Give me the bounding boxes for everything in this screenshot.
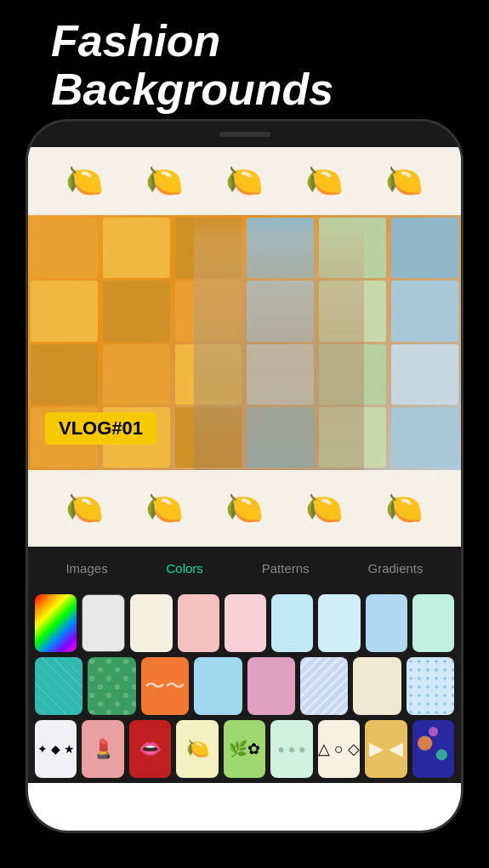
swatch-pink-wave[interactable] (247, 657, 295, 715)
lemon-bg-top: 🍋 🍋 🍋 🍋 🍋 (28, 147, 461, 215)
title-section: Fashion Backgrounds (51, 17, 333, 114)
person-photo (194, 215, 364, 470)
swatch-light-mint[interactable]: ● ● ● (270, 720, 312, 778)
swatch-white[interactable] (82, 594, 125, 652)
lemon-pattern-overlay: 🍋 (176, 720, 218, 778)
memphis-overlay: △ ○ ◇ (318, 720, 360, 778)
swatch-light-blue[interactable] (318, 594, 360, 652)
tab-gradients[interactable]: Gradients (360, 557, 432, 580)
vlog-label: VLOG#01 (45, 412, 156, 445)
lemon-icon-b2: 🍋 (145, 491, 184, 526)
swatch-chevron[interactable] (300, 657, 348, 715)
lemon-icon-4: 🍋 (305, 163, 344, 199)
swatch-moroccan[interactable] (88, 657, 135, 715)
red-lip-overlay: 👄 (129, 720, 171, 778)
main-photo: VLOG#01 (28, 215, 461, 470)
swatch-dark-cosmic[interactable] (412, 720, 454, 778)
lemon-icon-1: 🍋 (65, 163, 104, 199)
swatch-blue-wave[interactable] (194, 657, 242, 715)
color-palette-grid: 〜〜 ✦ ◆ ★ 💄 👄 🍋 (28, 589, 461, 783)
squiggle-overlay: 〜〜 (141, 657, 189, 715)
lemon-icon-b4: 🍋 (305, 491, 344, 526)
triangle-overlay: ▶ ◀ (365, 720, 407, 778)
swatch-green-sticker[interactable]: 🌿✿ (224, 720, 265, 778)
swatch-lemon-pattern[interactable]: 🍋 (176, 720, 218, 778)
app-title-line2: Backgrounds (51, 65, 333, 114)
swatch-sky[interactable] (271, 594, 313, 652)
tab-images[interactable]: Images (57, 557, 116, 580)
swatch-pink2[interactable]: 💄 (82, 720, 123, 778)
tab-bar: Images Colors Patterns Gradients (28, 547, 461, 589)
app-title-line1: Fashion (51, 17, 333, 65)
swatch-white-sticker[interactable]: ✦ ◆ ★ (35, 720, 77, 778)
lemon-icon-b5: 🍋 (385, 491, 424, 526)
lemon-icon-3: 🍋 (225, 163, 264, 199)
tab-colors[interactable]: Colors (158, 557, 212, 580)
swatch-pale-blue[interactable] (366, 594, 407, 652)
swatch-light-pink[interactable] (225, 594, 266, 652)
color-row-2: 〜〜 (35, 657, 454, 715)
color-row-3: ✦ ◆ ★ 💄 👄 🍋 🌿✿ ● ● ● △ ○ ◇ (35, 720, 454, 778)
lemon-icon-2: 🍋 (145, 163, 184, 199)
lemon-icon-5: 🍋 (385, 163, 424, 199)
swatch-blue-dot[interactable] (407, 657, 454, 715)
swatch-red-lip[interactable]: 👄 (129, 720, 171, 778)
swatch-triangle[interactable]: ▶ ◀ (365, 720, 407, 778)
phone-speaker (219, 132, 270, 137)
phone-frame: 🍋 🍋 🍋 🍋 🍋 (26, 119, 463, 833)
mint-overlay: ● ● ● (270, 720, 312, 778)
phone-top-bar (28, 122, 461, 147)
swatch-pink[interactable] (178, 594, 219, 652)
phone-screen: 🍋 🍋 🍋 🍋 🍋 (28, 147, 461, 831)
lemon-icon-b1: 🍋 (65, 491, 104, 526)
swatch-orange-squiggle[interactable]: 〜〜 (141, 657, 189, 715)
green-sticker-overlay: 🌿✿ (224, 720, 265, 778)
swatch-memphis[interactable]: △ ○ ◇ (318, 720, 360, 778)
swatch-dot[interactable] (353, 657, 401, 715)
swatch-mint[interactable] (412, 594, 454, 652)
color-row-1 (35, 594, 454, 652)
swatch-cream[interactable] (130, 594, 172, 652)
tab-patterns[interactable]: Patterns (253, 557, 318, 580)
lemon-bg-bottom: 🍋 🍋 🍋 🍋 🍋 (28, 470, 461, 547)
sticker-icons: ✦ ◆ ★ (35, 720, 77, 778)
lemon-icon-b3: 🍋 (225, 491, 264, 526)
swatch-rainbow[interactable] (35, 594, 77, 652)
pink2-overlay: 💄 (82, 720, 123, 778)
swatch-teal-pattern[interactable] (35, 657, 82, 715)
